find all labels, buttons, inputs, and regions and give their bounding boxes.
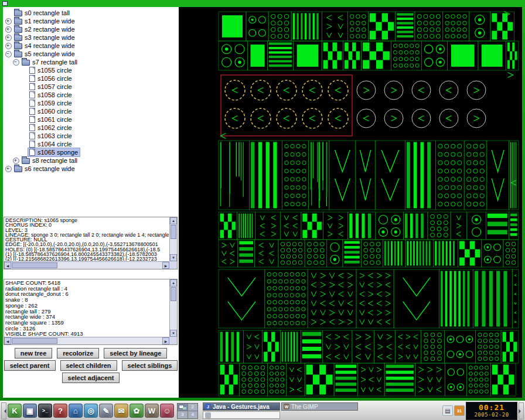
select-adjacent-button[interactable]: select adjacent: [62, 373, 120, 383]
tree-node[interactable]: s1058 circle: [28, 91, 74, 99]
tree-item[interactable]: s0 rectangle tall: [3, 9, 179, 17]
tree-item[interactable]: s5 rectangle wide: [3, 50, 179, 58]
pager-desktop-2[interactable]: 2: [188, 404, 198, 411]
tree-item[interactable]: s6 rectangle wide: [3, 165, 179, 173]
kmenu-icon[interactable]: K: [8, 404, 22, 418]
shape-canvas[interactable]: [179, 7, 522, 398]
tree-toggle-plus-icon[interactable]: [5, 34, 12, 41]
konqueror-icon[interactable]: ◎: [84, 404, 98, 418]
tree-node[interactable]: s1062 circle: [28, 124, 74, 132]
tree-item[interactable]: s1059 circle: [3, 99, 179, 107]
recolorize-button[interactable]: recolorize: [57, 348, 99, 358]
description-vscrollbar[interactable]: [169, 217, 177, 261]
tree-item[interactable]: s1061 circle: [3, 115, 179, 124]
tree-toggle-minus-icon[interactable]: [13, 59, 19, 66]
desktop-pager[interactable]: 234: [177, 403, 198, 419]
tree-node[interactable]: s1055 circle: [28, 66, 74, 74]
panel-hide-left-button[interactable]: [1, 402, 6, 419]
tree-node[interactable]: s1063 circle: [28, 132, 74, 140]
tree-node[interactable]: s5 rectangle wide: [13, 50, 77, 58]
tree-toggle-plus-icon[interactable]: [13, 157, 19, 164]
counts-vscrollbar[interactable]: [169, 279, 177, 337]
tree-item[interactable]: s1065 sponge: [3, 148, 179, 156]
home-icon[interactable]: ⌂: [69, 404, 83, 418]
tree-item[interactable]: s7 rectangle tall: [3, 58, 179, 66]
tree-node[interactable]: s2 rectangle wide: [13, 25, 77, 33]
select-siblings-button[interactable]: select siblings: [122, 360, 178, 371]
tree-item[interactable]: s1058 circle: [3, 91, 179, 99]
clock[interactable]: 00:21 2005-02-20: [466, 402, 517, 420]
window-menu-icon[interactable]: [2, 1, 8, 6]
pager-desktop-3[interactable]: 3: [178, 411, 188, 418]
tree-node[interactable]: s7 rectangle tall: [21, 58, 79, 66]
tree-item[interactable]: s4 rectangle wide: [3, 42, 179, 50]
hscroll-thumb[interactable]: [12, 338, 57, 344]
shape-tree[interactable]: s0 rectangle talls1 rectangle wides2 rec…: [3, 7, 179, 216]
tree-toggle-plus-icon[interactable]: [5, 42, 12, 49]
tree-item[interactable]: s1060 circle: [3, 107, 179, 115]
scroll-left-button[interactable]: [4, 262, 11, 269]
select-parent-button[interactable]: select parent: [4, 360, 56, 371]
pager-desktop-4[interactable]: 4: [188, 411, 198, 418]
licq-flower-icon[interactable]: ✿: [129, 404, 144, 418]
show-desktop-icon[interactable]: ▣: [23, 404, 37, 418]
scroll-up-button[interactable]: [170, 217, 177, 224]
tree-toggle-plus-icon[interactable]: [5, 26, 12, 33]
scroll-down-button[interactable]: [170, 254, 177, 261]
panel-hide-right-button[interactable]: [519, 402, 524, 419]
vscroll-thumb[interactable]: [171, 287, 176, 301]
tree-node[interactable]: s0 rectangle tall: [13, 9, 71, 17]
tree-item[interactable]: s1 rectangle wide: [3, 17, 179, 25]
tree-node[interactable]: s1060 circle: [28, 107, 74, 115]
editor-icon[interactable]: ✎: [99, 404, 113, 418]
tree-item[interactable]: s8 rectangle tall: [3, 156, 179, 165]
klipper-icon[interactable]: ▤: [442, 405, 453, 416]
tree-node[interactable]: s1057 circle: [28, 83, 74, 91]
tree-item[interactable]: s1062 circle: [3, 124, 179, 132]
tree-item[interactable]: s1064 circle: [3, 140, 179, 148]
tree-node[interactable]: s1061 circle: [28, 115, 74, 124]
scroll-right-button[interactable]: [162, 337, 169, 344]
tree-item[interactable]: s1055 circle: [3, 66, 179, 74]
scroll-up-button[interactable]: [170, 279, 177, 286]
tree-item[interactable]: s1056 circle: [3, 74, 179, 83]
taskbar-task-active[interactable]: JJava - Gestures.java: [203, 402, 280, 411]
taskbar-task-blank[interactable]: [203, 411, 280, 419]
tree-node[interactable]: s1056 circle: [28, 74, 74, 83]
canvas-area[interactable]: [179, 7, 522, 398]
tree-item[interactable]: s1063 circle: [3, 132, 179, 140]
tree-toggle-minus-icon[interactable]: [5, 50, 12, 57]
tree-node[interactable]: s3 rectangle wide: [13, 33, 77, 42]
tree-node[interactable]: s1 rectangle wide: [13, 17, 77, 25]
pager-desktop-1[interactable]: [178, 404, 188, 411]
new-tree-button[interactable]: new tree: [15, 348, 53, 358]
select-children-button[interactable]: select children: [60, 360, 117, 371]
vscroll-thumb[interactable]: [171, 225, 176, 239]
description-hscrollbar[interactable]: [4, 261, 169, 269]
tree-item[interactable]: s3 rectangle wide: [3, 33, 179, 42]
tree-node[interactable]: s8 rectangle tall: [21, 156, 79, 165]
tree-node[interactable]: s6 rectangle wide: [13, 165, 77, 173]
taskbar-task-inactive[interactable]: WThe GIMP: [281, 402, 358, 411]
tree-node[interactable]: s1059 circle: [28, 99, 74, 107]
korganizer-icon[interactable]: 31: [454, 405, 465, 416]
gimp-icon[interactable]: W: [145, 404, 159, 418]
tree-toggle-plus-icon[interactable]: [5, 18, 12, 25]
chat-icon[interactable]: ☺: [160, 404, 174, 418]
terminal-icon[interactable]: >_: [38, 404, 52, 418]
tree-node[interactable]: s1065 sponge: [28, 148, 80, 156]
counts-hscrollbar[interactable]: [4, 337, 169, 344]
kmail-icon[interactable]: ✉: [114, 404, 128, 418]
tree-node[interactable]: s1064 circle: [28, 140, 74, 148]
hscroll-thumb[interactable]: [12, 262, 57, 268]
tree-toggle-plus-icon[interactable]: [5, 165, 12, 172]
tree-item[interactable]: s2 rectangle wide: [3, 25, 179, 33]
tree-item[interactable]: s1057 circle: [3, 83, 179, 91]
scroll-left-button[interactable]: [4, 337, 11, 344]
settings-icon[interactable]: ?: [53, 404, 67, 418]
select-by-lineage-button[interactable]: select by lineage: [104, 348, 167, 358]
scroll-down-button[interactable]: [170, 330, 177, 337]
window-titlebar[interactable]: [0, 0, 525, 7]
scroll-right-button[interactable]: [162, 262, 169, 269]
tree-node[interactable]: s4 rectangle wide: [13, 42, 77, 50]
